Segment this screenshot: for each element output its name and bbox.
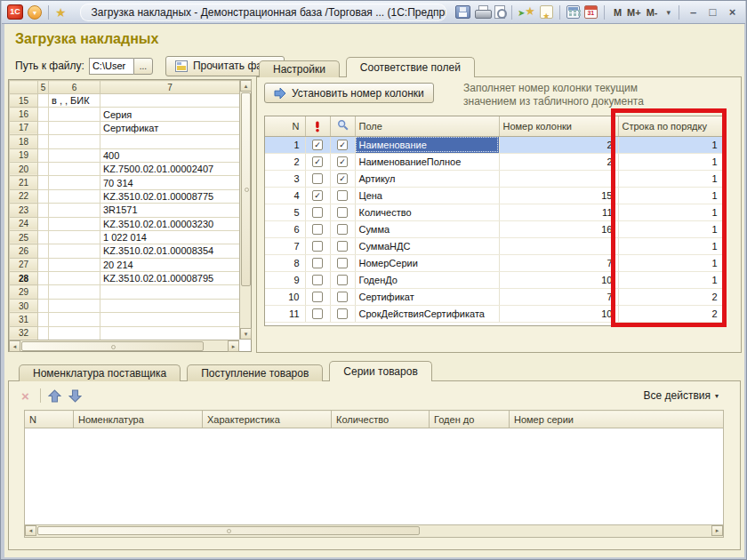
field-row[interactable]: 9ГоденДо101 (265, 271, 723, 288)
sheet-cell[interactable] (49, 285, 100, 299)
sheet-cell[interactable] (38, 217, 49, 230)
sheet-cell[interactable] (49, 135, 100, 148)
delete-icon[interactable]: × (18, 388, 33, 404)
sheet-cell[interactable] (38, 313, 49, 326)
browse-button[interactable]: ... (133, 58, 153, 75)
add-favorite-icon[interactable]: ➤ ★ (518, 5, 535, 19)
sheet-cell[interactable]: KZ.3510.02.01.00008354 (100, 244, 240, 258)
sheet-cell[interactable]: в , , БИК (49, 94, 100, 108)
sheet-cell[interactable] (49, 189, 100, 203)
sheet-cell[interactable] (49, 299, 100, 312)
field-number-cell[interactable]: 8 (265, 254, 305, 271)
column-number-cell[interactable]: 10 (499, 271, 618, 288)
toolbar-overflow-chevron[interactable]: ▾ (664, 8, 672, 17)
field-row[interactable]: 7СуммаНДС1 (265, 237, 723, 254)
tab-goods-receipt[interactable]: Поступление товаров (187, 364, 323, 381)
search-checkbox[interactable] (337, 207, 348, 218)
sheet-row-number[interactable]: 21 (10, 176, 38, 189)
row-order-cell[interactable]: 1 (618, 170, 723, 187)
required-checkbox[interactable] (312, 292, 323, 302)
row-order-cell[interactable]: 1 (618, 220, 723, 237)
sheet-row-number[interactable]: 27 (10, 258, 38, 271)
sheet-cell[interactable] (38, 230, 49, 244)
required-checkbox[interactable] (312, 207, 323, 218)
sheet-cell[interactable] (38, 299, 49, 312)
series-column-header[interactable]: Годен до (430, 411, 510, 428)
column-number-cell[interactable]: 16 (499, 220, 618, 237)
row-order-cell[interactable]: 1 (618, 136, 723, 153)
required-checkbox[interactable]: ✓ (312, 156, 323, 167)
column-number-cell[interactable]: 7 (499, 288, 618, 305)
memory-button[interactable]: M+ (624, 7, 644, 18)
sheet-row-number[interactable]: 32 (10, 326, 38, 340)
sheet-row-number[interactable]: 23 (10, 204, 38, 217)
required-checkbox[interactable] (312, 308, 323, 319)
sheet-cell[interactable] (49, 217, 100, 230)
field-name-cell[interactable]: Наименование (355, 136, 499, 153)
sheet-cell[interactable] (100, 285, 240, 299)
search-checkbox[interactable] (337, 275, 348, 285)
column-header-column-number[interactable]: Номер колонки (499, 116, 618, 136)
column-number-cell[interactable] (499, 170, 618, 187)
sheet-cell[interactable]: 3R1571 (100, 204, 240, 217)
minimize-button[interactable]: – (686, 5, 701, 19)
field-name-cell[interactable]: СрокДействияСертификата (355, 305, 499, 322)
row-order-cell[interactable]: 1 (618, 271, 723, 288)
sheet-cell[interactable] (49, 258, 100, 271)
print-icon[interactable] (475, 5, 490, 19)
sheet-cell[interactable] (38, 121, 49, 134)
sheet-column-header[interactable]: 5 (38, 81, 49, 94)
sheet-cell[interactable] (38, 326, 49, 340)
sheet-row-number[interactable]: 30 (10, 299, 38, 312)
sheet-cell[interactable] (38, 135, 49, 148)
sheet-cell[interactable]: 1 022 014 (100, 230, 240, 244)
sheet-cell[interactable] (38, 204, 49, 217)
scrollbar-thumb[interactable] (241, 92, 251, 286)
field-number-cell[interactable]: 3 (265, 170, 305, 187)
column-header-field[interactable]: Поле (355, 116, 499, 136)
sheet-cell[interactable] (49, 244, 100, 258)
required-checkbox[interactable] (312, 224, 323, 235)
sheet-row-number[interactable]: 29 (10, 285, 38, 299)
sheet-cell[interactable] (38, 94, 49, 108)
column-number-cell[interactable] (499, 237, 618, 254)
column-header-row-order[interactable]: Строка по порядку (618, 116, 723, 136)
sheet-cell[interactable] (49, 326, 100, 340)
column-header-n[interactable]: N (265, 116, 305, 136)
sheet-row-number[interactable]: 28 (10, 272, 38, 285)
required-checkbox[interactable] (312, 275, 323, 285)
sheet-row-number[interactable]: 20 (10, 162, 38, 175)
sheet-row-number[interactable]: 24 (10, 217, 38, 230)
sheet-cell[interactable]: KZ.3510.02.01.00008775 (100, 189, 240, 203)
field-number-cell[interactable]: 1 (265, 136, 305, 153)
move-up-icon[interactable] (48, 389, 61, 403)
sheet-cell[interactable] (49, 148, 100, 162)
field-row[interactable]: 11СрокДействияСертификата102 (265, 305, 723, 322)
field-number-cell[interactable]: 7 (265, 237, 305, 254)
scrollbar-thumb[interactable] (37, 526, 420, 535)
sheet-cell[interactable] (100, 94, 240, 108)
column-number-cell[interactable]: 2 (499, 153, 618, 170)
field-number-cell[interactable]: 4 (265, 187, 305, 204)
search-checkbox[interactable]: ✓ (337, 156, 348, 167)
field-number-cell[interactable]: 11 (265, 305, 305, 322)
sheet-cell[interactable]: Серия (100, 108, 240, 121)
series-table-body[interactable] (24, 428, 724, 525)
search-checkbox[interactable] (337, 224, 348, 235)
series-column-header[interactable]: Номер серии (510, 411, 724, 428)
sheet-cell[interactable] (100, 135, 240, 148)
search-checkbox[interactable] (337, 308, 348, 319)
sheet-cell[interactable]: KZ.7500.02.01.00002407 (100, 162, 240, 175)
sheet-row-number[interactable]: 16 (10, 108, 38, 121)
required-column-header[interactable] (305, 116, 330, 136)
field-number-cell[interactable]: 6 (265, 220, 305, 237)
search-checkbox[interactable] (337, 258, 348, 268)
field-number-cell[interactable]: 2 (265, 153, 305, 170)
series-column-header[interactable]: N (25, 411, 74, 428)
scroll-left-icon[interactable]: ◂ (25, 525, 36, 536)
sheet-column-header[interactable]: 6 (49, 81, 100, 94)
print-preview-icon[interactable] (494, 5, 505, 19)
sheet-cell[interactable] (38, 244, 49, 258)
tab-settings[interactable]: Настройки (259, 60, 340, 77)
row-order-cell[interactable]: 1 (618, 237, 723, 254)
